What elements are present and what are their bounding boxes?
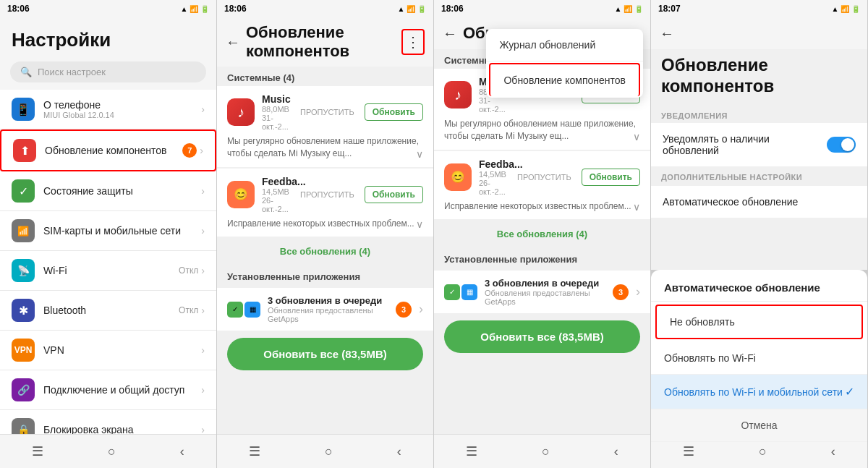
mini-icon-3a: ✓ [444,284,460,300]
content-2: Системные (4) ♪ Music 88,0MB 31-окт.-2..… [217,67,433,434]
notify-toggle-4[interactable] [827,137,856,153]
nav-home-3[interactable]: ○ [533,441,558,462]
menu-btn-2[interactable]: ⋮ [401,29,425,55]
back-btn-2[interactable]: ← [226,34,240,51]
back-btn-3[interactable]: ← [443,25,457,42]
music-desc-3: Мы регулярно обновлением наше приложение… [444,118,640,142]
top-bar-4: ← [651,17,867,49]
feedback-icon-3: 😊 [444,163,472,191]
content-3: Системные (4) ♪ Music 88,0MB 31-окт.-2..… [434,49,650,434]
settings-item-bluetooth[interactable]: ✱ Bluetooth Откл › [0,291,216,331]
settings-item-sim[interactable]: 📶 SIM-карты и мобильные сети › [0,211,216,251]
nav-menu-2[interactable]: ☰ [240,441,269,462]
notify-label-4: Уведомлять о наличии обновлений [663,133,827,156]
settings-item-wifi[interactable]: 📡 Wi-Fi Откл › [0,251,216,291]
settings-item-lock[interactable]: 🔒 Блокировка экрана › [0,410,216,434]
vpn-chevron: › [201,344,205,356]
auto-update-dialog: Автоматическое обновление Не обновлять О… [651,270,867,442]
feedback-update-btn-2[interactable]: Обновить [365,186,423,203]
feedback-expand-2[interactable]: ∨ [416,218,423,232]
settings-item-protection[interactable]: ✓ Состояние защиты › [0,171,216,211]
protection-label: Состояние защиты [43,185,201,197]
installed-badge-3: 3 [613,284,629,300]
status-bar-2: 18:06 ▲ 📶 🔋 [217,0,433,17]
installed-icons-2: ✓ ▦ [227,302,260,318]
sim-label: SIM-карты и мобильные сети [43,225,201,237]
music-icon-2: ♪ [227,98,255,126]
installed-chevron-2[interactable]: › [419,302,423,317]
search-icon: 🔍 [20,67,32,77]
search-bar[interactable]: 🔍 Поиск настроек [10,61,206,82]
feedback-skip-2[interactable]: ПРОПУСТИТЬ [300,190,354,199]
time-3: 18:06 [441,4,464,14]
feedback-desc-2: Исправление некоторых известных проблем.… [227,218,423,230]
panel-update-3: 18:06 ▲ 📶 🔋 ← Обновле... Журнал обновлен… [434,0,651,468]
time-2: 18:06 [224,4,247,14]
page-title-2: Обновление компонентов [246,23,401,61]
updates-badge: 7 [182,143,197,158]
nav-menu-4[interactable]: ☰ [674,441,703,462]
nav-bar-1: ☰ ○ ‹ [0,434,216,468]
settings-item-phone[interactable]: 📱 О телефоне MIUI Global 12.0.14 › [0,90,216,129]
sim-chevron: › [201,225,205,237]
dialog-option-cancel[interactable]: Отмена [651,409,867,442]
nav-menu-1[interactable]: ☰ [23,441,52,462]
back-btn-4[interactable]: ← [660,25,674,42]
nav-back-2[interactable]: ‹ [388,441,410,462]
update-all-btn-3[interactable]: Обновить все (83,5MB) [444,320,640,353]
dialog-option-no-update[interactable]: Не обновлять [657,306,861,338]
nav-home-4[interactable]: ○ [750,441,775,462]
feedback-icon-2: 😊 [227,181,255,208]
checkmark-icon: ✓ [845,385,854,399]
installed-sub-2: Обновления предоставлены GetApps [268,306,388,323]
sim-icon: 📶 [12,219,35,242]
wifi-label: Wi-Fi [43,265,179,276]
installed-section-2: ✓ ▦ 3 обновления в очереди Обновления пр… [217,288,433,331]
section-additional-4: ДОПОЛНИТЕЛЬНЫЕ НАСТРОЙКИ [651,167,867,184]
installed-chevron-3[interactable]: › [636,284,640,299]
status-bar-3: 18:06 ▲ 📶 🔋 [434,0,650,17]
time-1: 18:06 [7,4,30,14]
nav-home-2[interactable]: ○ [316,441,341,462]
music-expand-2[interactable]: ∨ [416,148,423,162]
music-icon-3: ♪ [444,81,472,109]
nav-home-1[interactable]: ○ [99,441,124,462]
updates-icon: ⬆ [13,139,36,162]
connection-label: Подключение и общий доступ [43,384,201,396]
nav-menu-3[interactable]: ☰ [457,441,486,462]
dialog-box: Автоматическое обновление Не обновлять О… [651,270,867,442]
music-skip-2[interactable]: ПРОПУСТИТЬ [300,108,354,116]
music-desc-2: Мы регулярно обновлением наше приложение… [227,135,423,160]
panel-update-settings: 18:07 ▲ 📶 🔋 ← Обновление компонентов УВЕ… [651,0,868,468]
settings-title: Настройки [0,17,216,57]
all-updates-link-3[interactable]: Все обновления (4) [434,220,650,248]
update-all-btn-2[interactable]: Обновить все (83,5MB) [227,338,423,370]
feedback-update-btn-3[interactable]: Обновить [582,169,640,186]
feedback-expand-3[interactable]: ∨ [633,200,640,215]
music-expand-3[interactable]: ∨ [633,130,640,145]
dropdown-item-update-components[interactable]: Обновление компонентов [489,63,640,96]
phone-icon: 📱 [12,98,35,121]
all-updates-link-2[interactable]: Все обновления (4) [217,237,433,265]
settings-item-connection[interactable]: 🔗 Подключение и общий доступ › [0,370,216,410]
nav-back-3[interactable]: ‹ [605,441,627,462]
dropdown-item-journal[interactable]: Журнал обновлений [486,29,643,61]
mini-icon-3b: ▦ [461,284,477,300]
protection-chevron: › [201,185,205,197]
dialog-option-wifi-only[interactable]: Обновлять по Wi-Fi [651,342,867,375]
feedback-skip-3[interactable]: ПРОПУСТИТЬ [517,173,571,182]
dialog-option-wifi-mobile[interactable]: Обновлять по Wi-Fi и мобильной сети ✓ [651,375,867,409]
settings-item-updates[interactable]: ⬆ Обновление компонентов 7 › [0,129,216,171]
mini-icon-2: ▦ [244,302,260,318]
nav-back-4[interactable]: ‹ [822,441,844,462]
auto-update-row-4[interactable]: Автоматическое обновление [651,186,867,218]
lock-chevron: › [201,424,205,434]
section-system-2: Системные (4) [217,67,433,86]
dialog-no-update-wrapper: Не обновлять [655,305,863,339]
phone-sub: MIUI Global 12.0.14 [43,111,201,119]
nav-back-1[interactable]: ‹ [171,441,193,462]
mini-icon-1: ✓ [227,302,243,318]
music-update-btn-2[interactable]: Обновить [365,103,423,121]
music-meta-2: 88,0MB 31-окт.-2... [262,105,293,131]
settings-item-vpn[interactable]: VPN VPN › [0,331,216,370]
